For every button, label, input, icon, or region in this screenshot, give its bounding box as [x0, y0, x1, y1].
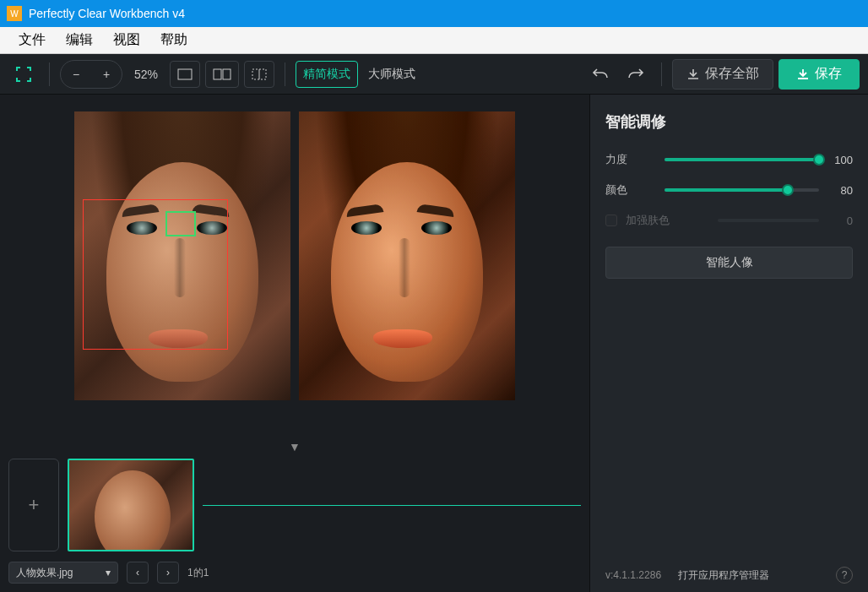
side-panel: 智能调修 力度 100 颜色 80 加强肤色 0 智能人像: [589, 95, 868, 592]
canvas-area: ▼ + 人物效果.jpg ▾ ‹ › 1的1: [0, 95, 589, 592]
zoom-in-button[interactable]: +: [93, 62, 120, 86]
filmstrip-track: [203, 505, 581, 506]
eye-detection-rect: [165, 211, 196, 236]
help-icon[interactable]: ?: [836, 567, 853, 584]
save-label: 保存: [815, 65, 842, 83]
face-detection-rect: [83, 199, 228, 350]
page-indicator: 1的1: [187, 566, 209, 580]
view-single-button[interactable]: [170, 61, 200, 88]
mode-simple-button[interactable]: 精简模式: [296, 61, 358, 88]
separator: [285, 62, 285, 86]
skin-label: 加强肤色: [626, 213, 670, 228]
color-label: 颜色: [605, 182, 656, 198]
window-title: Perfectly Clear Workbench v4: [29, 7, 185, 20]
fit-screen-button[interactable]: [8, 61, 39, 88]
panel-title: 智能调修: [605, 111, 853, 132]
svg-rect-0: [178, 69, 192, 79]
view-split-button[interactable]: [205, 61, 239, 88]
menu-edit[interactable]: 编辑: [56, 28, 103, 52]
menu-file[interactable]: 文件: [8, 28, 56, 52]
prev-image-button[interactable]: ‹: [127, 562, 149, 584]
menubar: 文件 编辑 视图 帮助: [0, 27, 868, 54]
menu-view[interactable]: 视图: [103, 28, 150, 52]
control-strength: 力度 100: [605, 152, 853, 167]
control-skin: 加强肤色 0: [605, 213, 853, 228]
filmstrip: +: [8, 459, 581, 558]
save-button[interactable]: 保存: [778, 59, 860, 90]
strength-label: 力度: [605, 152, 656, 167]
thumbnail-1[interactable]: [68, 459, 194, 551]
toolbar: − + 52% 精简模式 大师模式 保存全部 保存: [0, 54, 868, 95]
zoom-level: 52%: [127, 68, 165, 81]
skin-value: 0: [827, 215, 853, 227]
preview-after[interactable]: [299, 111, 515, 400]
save-all-button[interactable]: 保存全部: [672, 59, 773, 90]
undo-button[interactable]: [585, 61, 616, 88]
svg-rect-1: [214, 69, 221, 79]
zoom-group: − +: [60, 60, 122, 89]
menu-help[interactable]: 帮助: [150, 28, 198, 52]
bottom-bar: 人物效果.jpg ▾ ‹ › 1的1: [8, 558, 581, 584]
file-name: 人物效果.jpg: [16, 566, 73, 580]
next-image-button[interactable]: ›: [157, 562, 179, 584]
separator: [661, 62, 662, 86]
version-label: v:4.1.1.2286: [605, 569, 661, 581]
side-footer: v:4.1.1.2286 打开应用程序管理器 ?: [605, 567, 853, 584]
redo-button[interactable]: [621, 61, 651, 88]
skin-slider[interactable]: [718, 219, 819, 222]
view-overlay-button[interactable]: [244, 61, 274, 88]
filmstrip-toggle[interactable]: ▼: [8, 437, 581, 459]
skin-checkbox[interactable]: [605, 215, 617, 226]
save-all-label: 保存全部: [705, 65, 759, 83]
color-slider[interactable]: [665, 188, 819, 192]
control-color: 颜色 80: [605, 182, 853, 198]
zoom-out-button[interactable]: −: [62, 62, 90, 86]
file-selector[interactable]: 人物效果.jpg ▾: [8, 562, 118, 584]
window-titlebar: W Perfectly Clear Workbench v4: [0, 0, 868, 27]
mode-switch: 精简模式 大师模式: [296, 61, 422, 88]
strength-slider[interactable]: [665, 158, 819, 161]
preview-row: [8, 111, 581, 437]
mode-master-button[interactable]: 大师模式: [361, 61, 422, 88]
smart-portrait-button[interactable]: 智能人像: [605, 247, 853, 279]
add-image-button[interactable]: +: [8, 459, 59, 551]
app-icon: W: [7, 6, 22, 21]
separator: [49, 62, 50, 86]
chevron-down-icon: ▾: [106, 567, 111, 578]
color-value: 80: [827, 184, 853, 197]
main-area: ▼ + 人物效果.jpg ▾ ‹ › 1的1 智能调修 力度: [0, 95, 868, 592]
strength-value: 100: [827, 154, 853, 166]
preview-before[interactable]: [74, 111, 290, 400]
open-app-manager-link[interactable]: 打开应用程序管理器: [678, 568, 769, 583]
svg-rect-2: [223, 69, 231, 79]
